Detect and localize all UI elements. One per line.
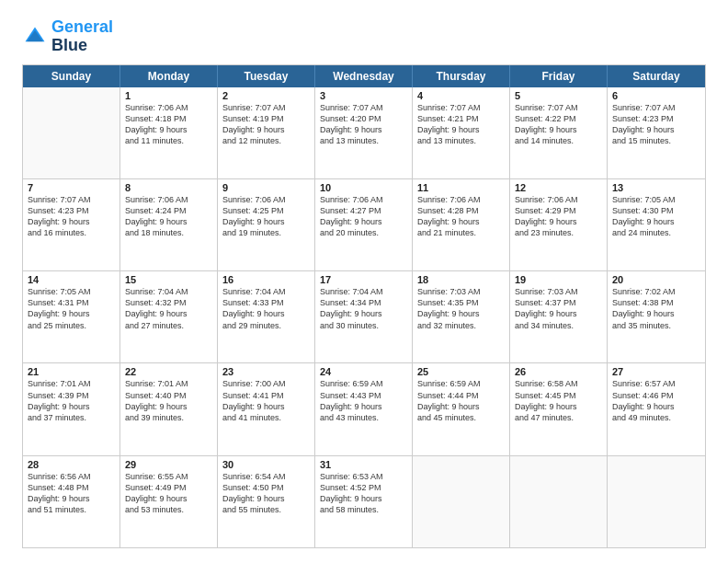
calendar: SundayMondayTuesdayWednesdayThursdayFrid…	[22, 64, 706, 548]
calendar-cell: 3Sunrise: 7:07 AM Sunset: 4:20 PM Daylig…	[315, 87, 413, 178]
day-number: 28	[28, 459, 115, 470]
calendar-cell: 2Sunrise: 7:07 AM Sunset: 4:19 PM Daylig…	[218, 87, 315, 178]
day-info: Sunrise: 7:07 AM Sunset: 4:19 PM Dayligh…	[222, 102, 310, 147]
day-info: Sunrise: 6:56 AM Sunset: 4:48 PM Dayligh…	[28, 471, 115, 516]
day-number: 14	[28, 274, 115, 285]
day-number: 23	[222, 366, 310, 377]
day-info: Sunrise: 7:04 AM Sunset: 4:34 PM Dayligh…	[320, 286, 407, 331]
day-number: 15	[125, 274, 212, 285]
calendar-cell: 14Sunrise: 7:05 AM Sunset: 4:31 PM Dayli…	[23, 271, 120, 362]
day-info: Sunrise: 6:58 AM Sunset: 4:45 PM Dayligh…	[515, 378, 602, 423]
day-info: Sunrise: 7:07 AM Sunset: 4:23 PM Dayligh…	[612, 102, 700, 147]
logo: General Blue	[22, 18, 113, 55]
calendar-cell: 21Sunrise: 7:01 AM Sunset: 4:39 PM Dayli…	[23, 363, 120, 454]
day-info: Sunrise: 7:07 AM Sunset: 4:23 PM Dayligh…	[28, 194, 115, 239]
day-info: Sunrise: 7:04 AM Sunset: 4:33 PM Dayligh…	[222, 286, 310, 331]
calendar-header: SundayMondayTuesdayWednesdayThursdayFrid…	[23, 65, 705, 87]
calendar-cell: 17Sunrise: 7:04 AM Sunset: 4:34 PM Dayli…	[315, 271, 413, 362]
calendar-week-row: 21Sunrise: 7:01 AM Sunset: 4:39 PM Dayli…	[23, 363, 705, 455]
day-number: 7	[28, 182, 115, 193]
calendar-cell: 9Sunrise: 7:06 AM Sunset: 4:25 PM Daylig…	[218, 179, 315, 270]
day-number: 9	[222, 182, 310, 193]
day-number: 18	[417, 274, 505, 285]
day-number: 30	[222, 459, 310, 470]
calendar-cell	[413, 456, 510, 547]
day-info: Sunrise: 6:59 AM Sunset: 4:44 PM Dayligh…	[417, 378, 505, 423]
calendar-cell	[608, 456, 705, 547]
logo-icon	[22, 24, 48, 50]
day-info: Sunrise: 6:54 AM Sunset: 4:50 PM Dayligh…	[222, 471, 310, 516]
calendar-cell	[510, 456, 608, 547]
day-info: Sunrise: 7:07 AM Sunset: 4:21 PM Dayligh…	[417, 102, 505, 147]
day-number: 1	[125, 90, 212, 101]
calendar-header-day: Thursday	[413, 65, 510, 87]
calendar-header-day: Wednesday	[315, 65, 413, 87]
logo-text: General Blue	[51, 18, 113, 55]
calendar-header-day: Saturday	[608, 65, 705, 87]
calendar-body: 1Sunrise: 7:06 AM Sunset: 4:18 PM Daylig…	[23, 87, 705, 547]
day-info: Sunrise: 7:04 AM Sunset: 4:32 PM Dayligh…	[125, 286, 212, 331]
calendar-week-row: 28Sunrise: 6:56 AM Sunset: 4:48 PM Dayli…	[23, 456, 705, 547]
day-info: Sunrise: 7:06 AM Sunset: 4:24 PM Dayligh…	[125, 194, 212, 239]
calendar-cell: 8Sunrise: 7:06 AM Sunset: 4:24 PM Daylig…	[120, 179, 218, 270]
calendar-header-day: Tuesday	[218, 65, 315, 87]
day-number: 10	[320, 182, 407, 193]
calendar-header-day: Monday	[120, 65, 218, 87]
day-info: Sunrise: 7:05 AM Sunset: 4:30 PM Dayligh…	[612, 194, 700, 239]
day-number: 16	[222, 274, 310, 285]
calendar-header-day: Sunday	[23, 65, 120, 87]
day-number: 21	[28, 366, 115, 377]
day-number: 11	[417, 182, 505, 193]
calendar-week-row: 14Sunrise: 7:05 AM Sunset: 4:31 PM Dayli…	[23, 271, 705, 363]
day-info: Sunrise: 7:03 AM Sunset: 4:35 PM Dayligh…	[417, 286, 505, 331]
day-number: 8	[125, 182, 212, 193]
calendar-cell: 19Sunrise: 7:03 AM Sunset: 4:37 PM Dayli…	[510, 271, 608, 362]
calendar-cell: 7Sunrise: 7:07 AM Sunset: 4:23 PM Daylig…	[23, 179, 120, 270]
day-info: Sunrise: 6:55 AM Sunset: 4:49 PM Dayligh…	[125, 471, 212, 516]
calendar-cell: 5Sunrise: 7:07 AM Sunset: 4:22 PM Daylig…	[510, 87, 608, 178]
day-info: Sunrise: 6:59 AM Sunset: 4:43 PM Dayligh…	[320, 378, 407, 423]
calendar-cell: 29Sunrise: 6:55 AM Sunset: 4:49 PM Dayli…	[120, 456, 218, 547]
day-number: 27	[612, 366, 700, 377]
calendar-cell: 13Sunrise: 7:05 AM Sunset: 4:30 PM Dayli…	[608, 179, 705, 270]
day-info: Sunrise: 7:03 AM Sunset: 4:37 PM Dayligh…	[515, 286, 602, 331]
calendar-cell: 24Sunrise: 6:59 AM Sunset: 4:43 PM Dayli…	[315, 363, 413, 454]
day-info: Sunrise: 7:01 AM Sunset: 4:40 PM Dayligh…	[125, 378, 212, 423]
calendar-cell: 11Sunrise: 7:06 AM Sunset: 4:28 PM Dayli…	[413, 179, 510, 270]
day-number: 4	[417, 90, 505, 101]
calendar-cell: 18Sunrise: 7:03 AM Sunset: 4:35 PM Dayli…	[413, 271, 510, 362]
day-number: 19	[515, 274, 602, 285]
day-info: Sunrise: 7:07 AM Sunset: 4:20 PM Dayligh…	[320, 102, 407, 147]
calendar-cell: 10Sunrise: 7:06 AM Sunset: 4:27 PM Dayli…	[315, 179, 413, 270]
day-info: Sunrise: 7:01 AM Sunset: 4:39 PM Dayligh…	[28, 378, 115, 423]
day-info: Sunrise: 7:06 AM Sunset: 4:29 PM Dayligh…	[515, 194, 602, 239]
calendar-cell: 23Sunrise: 7:00 AM Sunset: 4:41 PM Dayli…	[218, 363, 315, 454]
day-info: Sunrise: 7:00 AM Sunset: 4:41 PM Dayligh…	[222, 378, 310, 423]
calendar-week-row: 7Sunrise: 7:07 AM Sunset: 4:23 PM Daylig…	[23, 179, 705, 271]
calendar-cell: 31Sunrise: 6:53 AM Sunset: 4:52 PM Dayli…	[315, 456, 413, 547]
day-number: 25	[417, 366, 505, 377]
header: General Blue	[22, 18, 706, 55]
calendar-week-row: 1Sunrise: 7:06 AM Sunset: 4:18 PM Daylig…	[23, 87, 705, 179]
calendar-cell: 1Sunrise: 7:06 AM Sunset: 4:18 PM Daylig…	[120, 87, 218, 178]
calendar-cell: 20Sunrise: 7:02 AM Sunset: 4:38 PM Dayli…	[608, 271, 705, 362]
page: General Blue SundayMondayTuesdayWednesda…	[0, 0, 728, 563]
calendar-cell: 28Sunrise: 6:56 AM Sunset: 4:48 PM Dayli…	[23, 456, 120, 547]
day-number: 3	[320, 90, 407, 101]
day-number: 6	[612, 90, 700, 101]
calendar-cell: 22Sunrise: 7:01 AM Sunset: 4:40 PM Dayli…	[120, 363, 218, 454]
day-info: Sunrise: 7:02 AM Sunset: 4:38 PM Dayligh…	[612, 286, 700, 331]
day-info: Sunrise: 6:53 AM Sunset: 4:52 PM Dayligh…	[320, 471, 407, 516]
calendar-cell: 15Sunrise: 7:04 AM Sunset: 4:32 PM Dayli…	[120, 271, 218, 362]
calendar-cell: 27Sunrise: 6:57 AM Sunset: 4:46 PM Dayli…	[608, 363, 705, 454]
day-number: 17	[320, 274, 407, 285]
day-number: 29	[125, 459, 212, 470]
day-info: Sunrise: 7:06 AM Sunset: 4:25 PM Dayligh…	[222, 194, 310, 239]
day-number: 13	[612, 182, 700, 193]
day-info: Sunrise: 7:07 AM Sunset: 4:22 PM Dayligh…	[515, 102, 602, 147]
calendar-cell: 26Sunrise: 6:58 AM Sunset: 4:45 PM Dayli…	[510, 363, 608, 454]
calendar-cell: 25Sunrise: 6:59 AM Sunset: 4:44 PM Dayli…	[413, 363, 510, 454]
day-number: 2	[222, 90, 310, 101]
day-number: 12	[515, 182, 602, 193]
calendar-header-day: Friday	[510, 65, 608, 87]
